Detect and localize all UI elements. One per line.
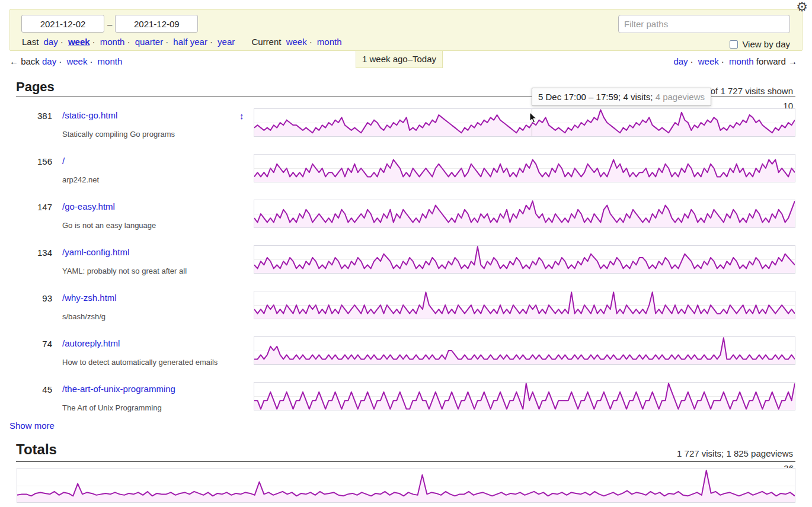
tooltip-pageviews-text: 4 pageviews	[656, 92, 705, 102]
totals-note: 1 727 visits; 1 825 pageviews	[677, 448, 793, 458]
page-title: arp242.net	[62, 175, 99, 184]
page-sparkline-chart[interactable]	[254, 245, 795, 274]
forward-day-link[interactable]: day	[673, 56, 688, 66]
visit-count: 381	[0, 111, 52, 121]
page-title: Go is not an easy language	[62, 221, 156, 230]
current-label: Current	[251, 37, 281, 47]
sparkline	[254, 383, 795, 410]
page-title: s/bash/zsh/g	[62, 312, 106, 321]
date-to-input[interactable]	[115, 15, 198, 33]
page-sparkline-chart[interactable]	[254, 336, 795, 365]
date-from-input[interactable]	[21, 15, 104, 33]
range-last-week[interactable]: week	[68, 37, 90, 47]
page-sparkline-chart[interactable]	[254, 291, 795, 319]
sparkline	[254, 155, 795, 182]
pages-list: 381 /static-go.html ↕ Statically compili…	[0, 108, 812, 428]
page-title: Statically compiling Go programs	[62, 130, 175, 139]
range-last-quarter[interactable]: quarter	[135, 37, 164, 47]
view-by-day-label: View by day	[742, 39, 790, 49]
back-day-link[interactable]: day	[42, 56, 56, 66]
page-path-link[interactable]: /	[62, 156, 65, 166]
visit-count: 93	[0, 293, 52, 303]
page-path-link[interactable]: /the-art-of-unix-programming	[62, 384, 175, 394]
page-path-link[interactable]: /static-go.html	[62, 110, 117, 120]
page-path-link[interactable]: /yaml-config.html	[62, 247, 129, 257]
page-row: 134 /yaml-config.html YAML: probably not…	[0, 245, 812, 291]
view-by-day-checkbox[interactable]	[730, 40, 738, 49]
scale-toggle-icon[interactable]: ↕	[239, 111, 244, 121]
forward-week-link[interactable]: week	[698, 56, 719, 66]
totals-sparkline	[17, 469, 795, 502]
chart-tooltip: 5 Dec 17:00 – 17:59; 4 visits; 4 pagevie…	[532, 88, 711, 106]
page-sparkline-chart[interactable]	[254, 382, 795, 410]
range-current-week[interactable]: week	[286, 37, 307, 47]
page-title: How to detect automatically generated em…	[62, 358, 218, 367]
back-label[interactable]: ← back	[9, 56, 40, 66]
forward-label[interactable]: forward →	[756, 56, 797, 66]
visit-count: 147	[0, 202, 52, 212]
range-last-month[interactable]: month	[100, 37, 125, 47]
page-row: 93 /why-zsh.html s/bash/zsh/g	[0, 291, 812, 336]
page-title: The Art of Unix Programming	[62, 403, 162, 412]
sparkline	[254, 337, 795, 364]
sparkline	[254, 109, 795, 136]
visit-count: 156	[0, 156, 52, 166]
page-row: 381 /static-go.html ↕ Statically compili…	[0, 108, 812, 154]
show-more-link[interactable]: Show more	[9, 421, 55, 431]
mouse-cursor	[529, 112, 538, 124]
date-range-dash: –	[107, 19, 112, 29]
back-week-link[interactable]: week	[66, 56, 87, 66]
view-by-day-control: View by day	[730, 39, 790, 49]
visit-count: 74	[0, 339, 52, 349]
tooltip-visits-text: 5 Dec 17:00 – 17:59; 4 visits;	[538, 92, 653, 102]
visit-count: 45	[0, 384, 52, 394]
page-row: 147 /go-easy.html Go is not an easy lang…	[0, 200, 812, 245]
page-row: 45 /the-art-of-unix-programming The Art …	[0, 382, 812, 428]
last-label: Last	[22, 37, 39, 47]
page-sparkline-chart[interactable]	[254, 154, 795, 182]
page-sparkline-chart[interactable]	[254, 200, 795, 228]
sparkline	[254, 246, 795, 273]
pages-heading: Pages	[16, 79, 55, 95]
toolbar: – Last day· week· month· quarter· half y…	[9, 9, 803, 51]
back-month-link[interactable]: month	[98, 56, 123, 66]
page-row: 74 /autoreply.html How to detect automat…	[0, 336, 812, 382]
totals-chart[interactable]	[17, 468, 795, 503]
sparkline	[254, 291, 795, 319]
visit-count: 134	[0, 248, 52, 258]
forward-month-link[interactable]: month	[729, 56, 754, 66]
totals-divider	[16, 461, 795, 462]
quick-range-links: Last day· week· month· quarter· half yea…	[22, 37, 342, 47]
page-path-link[interactable]: /autoreply.html	[62, 338, 120, 348]
filter-paths-input[interactable]	[618, 15, 790, 33]
range-current-month[interactable]: month	[317, 37, 342, 47]
current-range-tab: 1 week ago–Today	[356, 51, 443, 68]
settings-gear-icon[interactable]: ⚙	[796, 1, 808, 14]
page-path-link[interactable]: /why-zsh.html	[62, 293, 117, 303]
page-sparkline-chart[interactable]	[254, 108, 795, 137]
page-title: YAML: probably not so great after all	[62, 267, 187, 275]
totals-heading: Totals	[16, 441, 57, 458]
range-last-year[interactable]: year	[218, 37, 235, 47]
page-row: 156 / arp242.net	[0, 154, 812, 200]
sparkline	[254, 200, 795, 227]
page-path-link[interactable]: /go-easy.html	[62, 201, 115, 211]
range-last-half-year[interactable]: half year	[173, 37, 207, 47]
date-range-picker: –	[21, 15, 198, 33]
range-last-day[interactable]: day	[44, 37, 58, 47]
